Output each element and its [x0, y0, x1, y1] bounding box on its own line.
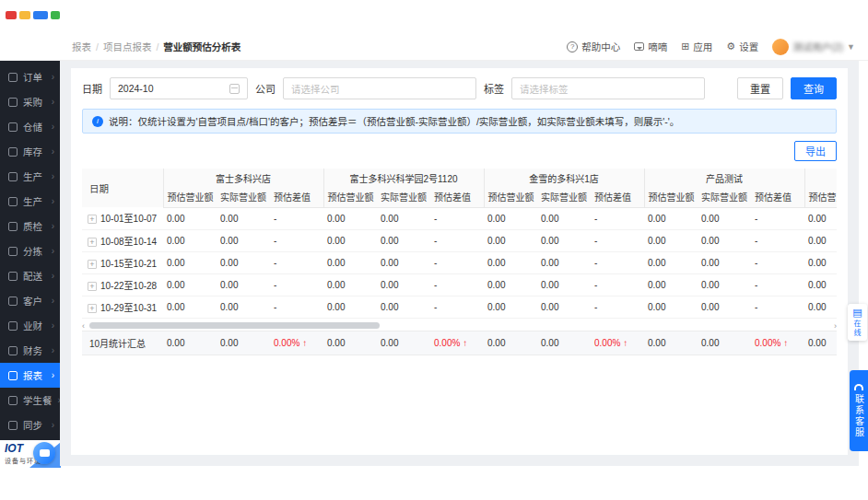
sidebar-item-label: 业财 — [23, 319, 42, 332]
menu-icon — [8, 396, 18, 405]
settings-link[interactable]: ⚙ 设置 — [726, 40, 758, 53]
summary-area: 10月统计汇总0.000.000.00% ↑0.000.000.00% ↑0.0… — [82, 331, 837, 355]
menu-icon — [8, 197, 18, 206]
message-label: 嘀嘀 — [648, 40, 667, 53]
sidebar-item-库存[interactable]: 库存› — [0, 139, 60, 164]
value-cell: - — [591, 229, 644, 251]
sub-header: 实际营业额 — [698, 187, 751, 207]
summary-diff-cell: 0.00% ↑ — [591, 331, 644, 355]
sidebar-item-采购[interactable]: 采购› — [0, 89, 60, 114]
chevron-right-icon: › — [52, 420, 54, 430]
chat-bubble-icon — [634, 42, 644, 51]
message-link[interactable]: 嘀嘀 — [634, 40, 667, 53]
app-screen: 报表 / 项目点报表 / 营业额预估分析表 ? 帮助中心 嘀嘀 ⊞ 应用 ⚙ 设… — [0, 0, 868, 500]
sidebar-item-业财[interactable]: 业财› — [0, 313, 60, 338]
summary-value-cell: 0.00 — [644, 331, 698, 355]
expand-icon[interactable]: + — [88, 282, 97, 291]
company-select[interactable]: 请选择公司 — [283, 77, 476, 99]
scrollbar-thumb[interactable] — [89, 322, 380, 329]
sidebar-item-仓储[interactable]: 仓储› — [0, 114, 60, 139]
value-cell: 0.00 — [484, 251, 537, 273]
info-icon: i — [92, 116, 103, 127]
summary-diff-cell: 0.00% ↑ — [270, 331, 323, 355]
value-cell: - — [270, 229, 323, 251]
value-cell: - — [591, 296, 644, 318]
sidebar-item-label: 库存 — [23, 145, 42, 158]
summary-value-cell: 0.00 — [484, 331, 537, 355]
sidebar-item-分拣[interactable]: 分拣› — [0, 238, 60, 263]
iot-title: IOT — [5, 442, 23, 455]
sub-header: 预估营业额 — [644, 187, 698, 207]
menu-icon — [8, 297, 18, 306]
sidebar-item-同步[interactable]: 同步› — [0, 413, 60, 437]
sidebar-item-label: 质检 — [23, 219, 42, 233]
user-menu[interactable]: 测试用户(2) ▼ — [772, 39, 855, 55]
sidebar-item-生产[interactable]: 生产› — [0, 164, 60, 189]
value-cell: 0.00 — [698, 207, 751, 229]
chat-service-icon[interactable] — [33, 442, 55, 464]
help-center-link[interactable]: ? 帮助中心 — [567, 40, 620, 53]
value-cell: 0.00 — [537, 296, 591, 318]
floating-widget[interactable]: ▤ 在线 — [848, 304, 867, 341]
sidebar-item-财务[interactable]: 财务› — [0, 338, 60, 363]
sidebar-item-生产[interactable]: 生产› — [0, 189, 60, 214]
value-cell: - — [751, 229, 804, 251]
date-input[interactable]: 2024-10 — [110, 77, 248, 99]
apps-link[interactable]: ⊞ 应用 — [681, 40, 712, 53]
chevron-right-icon: › — [52, 246, 54, 256]
export-row: 导出 — [82, 141, 837, 161]
group-header: 金雪的多科兴1店 — [484, 169, 644, 187]
contact-service-button[interactable]: 联系客服 — [850, 370, 868, 451]
sidebar-item-报表[interactable]: 报表› — [0, 363, 60, 388]
col-header-date: 日期 — [82, 169, 163, 207]
value-cell: 0.00 — [644, 251, 698, 273]
avatar — [772, 39, 789, 55]
value-cell: 0.00 — [484, 229, 537, 251]
sub-header: 预估差值 — [430, 187, 484, 207]
summary-value-cell: 0.00 — [163, 331, 217, 355]
tag-select[interactable]: 请选择标签 — [511, 77, 705, 99]
sidebar-item-label: 订单 — [23, 70, 42, 84]
breadcrumb-root[interactable]: 报表 — [72, 40, 91, 53]
value-cell: 0.00 — [644, 296, 698, 318]
settings-label: 设置 — [739, 40, 758, 53]
scroll-left-icon[interactable]: ‹ — [82, 321, 89, 331]
chevron-right-icon: › — [52, 345, 54, 355]
row-date-range: 10-01至10-07 — [100, 214, 157, 224]
value-cell: 0.00 — [804, 251, 837, 273]
value-cell: - — [430, 273, 484, 296]
sidebar-item-订单[interactable]: 订单› — [0, 64, 60, 89]
scroll-right-icon[interactable]: › — [829, 321, 837, 331]
breadcrumb-section[interactable]: 项目点报表 — [103, 40, 152, 53]
expand-icon[interactable]: + — [88, 238, 97, 247]
menu-icon — [8, 321, 18, 331]
scrollbar-track[interactable] — [89, 322, 829, 329]
menu-icon — [8, 371, 18, 380]
sidebar-item-质检[interactable]: 质检› — [0, 214, 60, 238]
sub-header: 预估差值 — [270, 187, 323, 207]
reset-button[interactable]: 重置 — [737, 77, 783, 99]
value-cell: 0.00 — [323, 229, 377, 251]
sub-header: 预估差值 — [591, 187, 644, 207]
sidebar-item-配送[interactable]: 配送› — [0, 263, 60, 288]
expand-icon[interactable]: + — [88, 260, 97, 269]
value-cell: - — [751, 273, 804, 296]
value-cell: 0.00 — [377, 273, 430, 296]
expand-icon[interactable]: + — [88, 304, 97, 313]
sidebar-item-label: 生产 — [23, 194, 42, 208]
export-button[interactable]: 导出 — [794, 141, 837, 161]
value-cell: - — [591, 273, 644, 296]
sidebar-item-label: 报表 — [23, 368, 42, 382]
menu-icon — [8, 98, 18, 107]
report-table: 日期富士多科兴店富士多科兴科学园2号1120金雪的多科兴1店产品测试预估营业额实… — [82, 169, 837, 319]
logo-block-yellow — [19, 11, 30, 19]
notice-text: 说明：仅统计设置为'自营项目点/档口'的客户；预估差异＝（预估营业额-实际营业额… — [109, 114, 679, 128]
sidebar-item-学生餐[interactable]: 学生餐› — [0, 388, 60, 413]
filter-buttons: 重置 查询 — [737, 77, 837, 99]
sidebar-item-客户[interactable]: 客户› — [0, 288, 60, 313]
query-button[interactable]: 查询 — [791, 77, 837, 99]
breadcrumb-separator: / — [96, 41, 99, 52]
value-cell: 0.00 — [323, 207, 377, 229]
expand-icon[interactable]: + — [88, 215, 97, 224]
chevron-right-icon: › — [52, 370, 54, 380]
